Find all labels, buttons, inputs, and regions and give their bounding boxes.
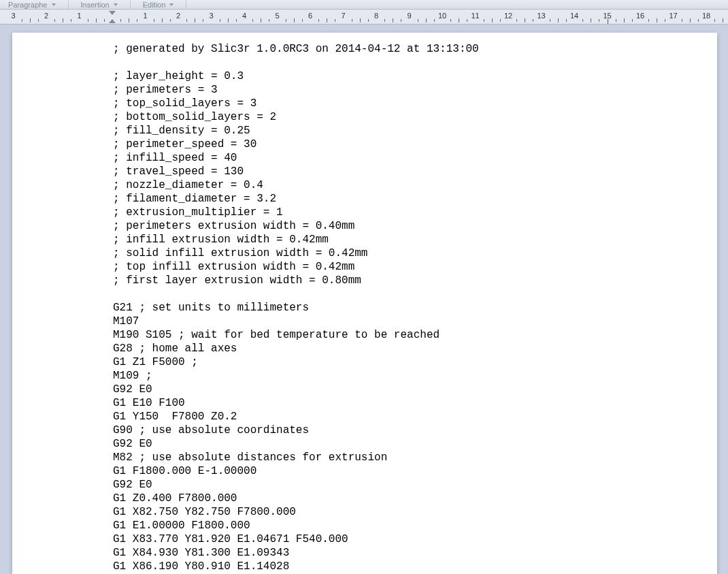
ruler-tick (525, 18, 525, 22)
toolbar-edition[interactable]: Edition (131, 0, 187, 9)
tab-marker[interactable] (608, 19, 613, 25)
ruler-tick (294, 18, 295, 22)
document-text[interactable]: ; generated by Slic3r 1.0.0RC3 on 2014-0… (113, 42, 717, 573)
ruler-tick (657, 18, 657, 22)
ruler-tick (492, 18, 493, 22)
ruler-tick (228, 18, 229, 22)
ruler-tick (467, 19, 467, 22)
ruler-tick (71, 19, 71, 22)
document-page[interactable]: ; generated by Slic3r 1.0.0RC3 on 2014-0… (12, 33, 717, 574)
ruler-tick (203, 19, 203, 22)
ruler-tick (558, 18, 559, 22)
toolbar-label: Insertion (81, 1, 110, 9)
ruler-number: 3 (11, 12, 15, 20)
ruler-number: 9 (407, 12, 411, 20)
ruler-tick (648, 19, 649, 22)
ruler-tick (352, 19, 352, 22)
ruler-number: 14 (570, 12, 578, 20)
ruler-number: 17 (669, 12, 677, 20)
chevron-down-icon (114, 3, 118, 6)
ruler-tick (591, 18, 591, 22)
ruler-tick (104, 19, 105, 22)
ruler-number: 10 (438, 12, 446, 20)
ruler-tick (698, 19, 699, 22)
ruler-tick (38, 19, 39, 22)
ruler-tick (599, 19, 599, 22)
ruler-number: 18 (702, 12, 710, 20)
ruler-tick (335, 19, 335, 22)
ruler-tick (252, 19, 253, 22)
ruler-tick (484, 19, 484, 22)
ruler-tick (186, 19, 187, 22)
ruler-tick (286, 19, 286, 22)
ruler-tick (360, 18, 361, 22)
ruler-tick (723, 18, 723, 22)
ruler-tick (714, 19, 715, 22)
ruler-number: 8 (374, 12, 378, 20)
ruler-tick (632, 19, 633, 22)
ruler-tick (665, 19, 665, 22)
ruler-tick (63, 18, 63, 22)
ruler-number: 2 (176, 12, 180, 20)
toolbar-label: Paragraphe (8, 1, 48, 9)
ruler-tick (30, 18, 31, 22)
ruler-tick (566, 19, 567, 22)
toolbar-paragraph[interactable]: Paragraphe (0, 0, 69, 9)
ruler-tick (434, 19, 435, 22)
ruler-tick (220, 19, 220, 22)
ruler-number: 5 (275, 12, 279, 20)
ruler-number: 11 (471, 12, 479, 20)
ruler-tick (88, 19, 88, 22)
ruler-tick (327, 18, 327, 22)
ruler-tick (22, 19, 22, 22)
ruler-number: 12 (504, 12, 512, 20)
ruler-tick (368, 19, 369, 22)
ruler-tick (269, 19, 269, 22)
ruler-tick (582, 19, 583, 22)
ruler-tick (54, 19, 55, 22)
ruler-number: 1 (143, 12, 147, 20)
ruler-tick (302, 19, 303, 22)
ruler-tick (129, 18, 129, 22)
chevron-down-icon (52, 3, 56, 6)
ruler-tick (459, 18, 459, 22)
ruler-tick (690, 18, 691, 22)
ruler-tick (393, 18, 393, 22)
ruler-number: 7 (341, 12, 345, 20)
chevron-down-icon (169, 3, 173, 6)
ruler-tick (137, 19, 137, 22)
horizontal-ruler[interactable]: 321123456789101112131415161718 (0, 10, 728, 25)
toolbar: Paragraphe Insertion Edition (0, 0, 728, 10)
toolbar-insertion[interactable]: Insertion (69, 0, 131, 9)
ruler-tick (550, 19, 550, 22)
ruler-tick (533, 19, 533, 22)
ruler-tick (426, 18, 427, 22)
ruler-tick (682, 19, 682, 22)
ruler-tick (261, 18, 261, 22)
ruler-tick (624, 18, 625, 22)
ruler-number: 16 (636, 12, 644, 20)
ruler-tick (120, 19, 121, 22)
ruler-tick (418, 19, 418, 22)
ruler-tick (154, 19, 154, 22)
ruler-tick (318, 19, 319, 22)
ruler-tick (162, 18, 163, 22)
ruler-tick (401, 19, 401, 22)
ruler-number: 3 (209, 12, 213, 20)
toolbar-label: Edition (143, 1, 166, 9)
ruler-tick (450, 19, 451, 22)
ruler-tick (236, 19, 237, 22)
ruler-tick (96, 18, 97, 22)
ruler-number: 2 (44, 12, 48, 20)
ruler-number: 4 (242, 12, 246, 20)
ruler-number: 13 (537, 12, 545, 20)
indent-marker[interactable] (109, 10, 116, 25)
ruler-tick (616, 19, 616, 22)
ruler-tick (384, 19, 385, 22)
ruler-tick (195, 18, 195, 22)
workspace: ; generated by Slic3r 1.0.0RC3 on 2014-0… (0, 25, 728, 574)
ruler-number: 6 (308, 12, 312, 20)
ruler-number: 1 (77, 12, 81, 20)
ruler-tick (500, 19, 501, 22)
ruler-tick (516, 19, 517, 22)
